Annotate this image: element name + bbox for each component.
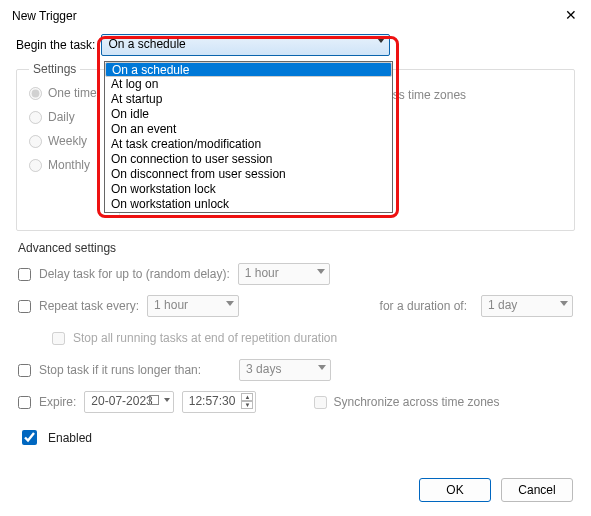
radio-monthly-label: Monthly [48, 158, 90, 172]
chevron-down-icon [164, 398, 170, 402]
repeat-label: Repeat task every: [39, 299, 139, 313]
advanced-legend: Advanced settings [18, 241, 575, 255]
radio-monthly[interactable]: Monthly [29, 158, 115, 172]
enabled-checkbox[interactable] [22, 430, 37, 445]
radio-weekly[interactable]: Weekly [29, 134, 115, 148]
delay-label: Delay task for up to (random delay): [39, 267, 230, 281]
expire-time-value: 12:57:30 [189, 394, 236, 408]
chevron-down-icon [318, 365, 326, 370]
duration-label: for a duration of: [380, 299, 467, 313]
sync-tz2-checkbox [314, 396, 327, 409]
duration-value: 1 day [488, 298, 517, 312]
chevron-down-icon [226, 301, 234, 306]
dropdown-option[interactable]: On disconnect from user session [105, 167, 392, 182]
expire-date[interactable]: 20-07-2023 [84, 391, 173, 413]
stop-all-checkbox [52, 332, 65, 345]
delay-value: 1 hour [245, 266, 279, 280]
sync-tz2-label: Synchronize across time zones [333, 395, 499, 409]
chevron-down-icon [377, 38, 385, 43]
stop-longer-select[interactable]: 3 days [239, 359, 331, 381]
expire-date-value: 20-07-2023 [91, 394, 152, 408]
enabled-label: Enabled [48, 431, 92, 445]
spinner-icon[interactable]: ▲▼ [241, 393, 253, 409]
close-icon[interactable]: ✕ [563, 8, 579, 24]
expire-checkbox[interactable] [18, 396, 31, 409]
stop-longer-checkbox[interactable] [18, 364, 31, 377]
settings-legend: Settings [29, 62, 80, 76]
window-title: New Trigger [12, 9, 77, 23]
repeat-checkbox[interactable] [18, 300, 31, 313]
dropdown-option[interactable]: On workstation lock [105, 182, 392, 197]
dropdown-option[interactable]: On idle [105, 107, 392, 122]
dropdown-option[interactable]: At task creation/modification [105, 137, 392, 152]
chevron-down-icon [317, 269, 325, 274]
begin-task-combo[interactable]: On a schedule [101, 34, 390, 56]
radio-daily-label: Daily [48, 110, 75, 124]
repeat-value: 1 hour [154, 298, 188, 312]
chevron-down-icon [560, 301, 568, 306]
ok-button[interactable]: OK [419, 478, 491, 502]
begin-task-value: On a schedule [108, 37, 185, 51]
dropdown-option[interactable]: On workstation unlock [105, 197, 392, 212]
stop-all-label: Stop all running tasks at end of repetit… [73, 331, 337, 345]
begin-task-dropdown[interactable]: On a schedule At log on At startup On id… [104, 61, 393, 213]
stop-longer-label: Stop task if it runs longer than: [39, 363, 201, 377]
expire-time[interactable]: 12:57:30▲▼ [182, 391, 257, 413]
calendar-icon [149, 395, 159, 405]
dropdown-option[interactable]: On an event [105, 122, 392, 137]
begin-task-label: Begin the task: [16, 38, 95, 52]
duration-select[interactable]: 1 day [481, 295, 573, 317]
stop-longer-value: 3 days [246, 362, 281, 376]
delay-select[interactable]: 1 hour [238, 263, 330, 285]
delay-checkbox[interactable] [18, 268, 31, 281]
dropdown-option[interactable]: On a schedule [105, 62, 392, 77]
radio-one-time-label: One time [48, 86, 97, 100]
dropdown-option[interactable]: At log on [105, 77, 392, 92]
radio-daily[interactable]: Daily [29, 110, 115, 124]
cancel-button[interactable]: Cancel [501, 478, 573, 502]
dropdown-option[interactable]: On connection to user session [105, 152, 392, 167]
radio-weekly-label: Weekly [48, 134, 87, 148]
repeat-select[interactable]: 1 hour [147, 295, 239, 317]
expire-label: Expire: [39, 395, 76, 409]
dropdown-option[interactable]: At startup [105, 92, 392, 107]
radio-one-time[interactable]: One time [29, 86, 115, 100]
